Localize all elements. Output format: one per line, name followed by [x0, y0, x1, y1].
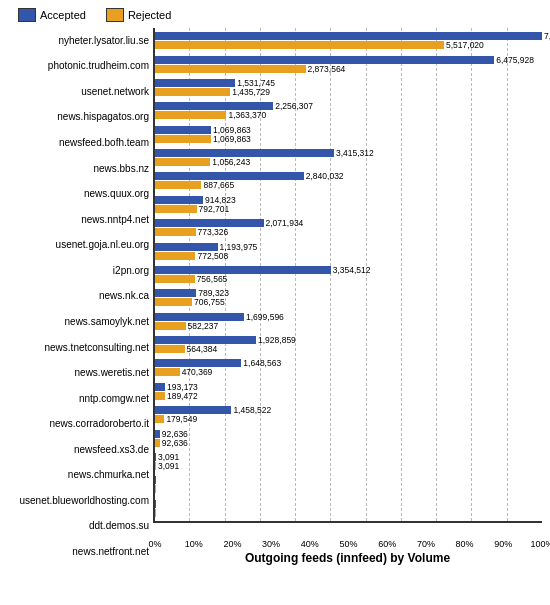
bar-rejected-label: 792,701 [199, 204, 230, 214]
bar-row: 1,458,522179,549 [155, 403, 542, 426]
bar-accepted: 7,387,682 [155, 32, 542, 40]
y-label: news.netfront.net [8, 546, 149, 558]
bar-accepted: 3,091 [155, 453, 156, 461]
bar-accepted: 2,256,307 [155, 102, 273, 110]
bar-pair: 193,173189,472 [155, 383, 542, 400]
bar-rejected-label: 2,873,564 [308, 64, 346, 74]
bar-row: 2,071,934773,326 [155, 216, 542, 239]
y-labels: nyheter.lysator.liu.sephotonic.trudheim.… [8, 28, 153, 565]
bar-rejected: 756,565 [155, 275, 195, 283]
bar-accepted-label: 2,840,032 [306, 171, 344, 181]
y-label: photonic.trudheim.com [8, 60, 149, 72]
x-axis-tick-label: 100% [530, 539, 550, 549]
bar-row: 1,928,859564,384 [155, 333, 542, 356]
bar-pair: 789,323706,755 [155, 289, 542, 306]
bar-pair: 7,387,6825,517,020 [155, 32, 542, 49]
y-label: news.bbs.nz [8, 163, 149, 175]
bar-pair: 914,823792,701 [155, 196, 542, 213]
y-label: usenet.blueworldhosting.com [8, 495, 149, 507]
bar-rejected: 792,701 [155, 205, 197, 213]
bar-pair: 1,699,596582,237 [155, 313, 542, 330]
x-axis-tick-label: 80% [456, 539, 474, 549]
bar-pair: 3,354,512756,565 [155, 266, 542, 283]
x-axis-tick-label: 70% [417, 539, 435, 549]
bar-accepted: 92,636 [155, 430, 160, 438]
bar-rejected [155, 485, 156, 493]
bar-accepted: 2,071,934 [155, 219, 264, 227]
bar-accepted: 1,648,563 [155, 359, 241, 367]
bar-accepted: 1,699,596 [155, 313, 244, 321]
y-label: usenet.goja.nl.eu.org [8, 239, 149, 251]
bar-row: 3,354,512756,565 [155, 263, 542, 286]
bar-accepted-label: 1,928,859 [258, 335, 296, 345]
bar-accepted-label: 3,415,312 [336, 148, 374, 158]
y-label: newsfeed.xs3.de [8, 444, 149, 456]
bar-pair: 3,0913,091 [155, 453, 542, 470]
x-axis-tick-label: 30% [262, 539, 280, 549]
bar-rejected-label: 470,369 [182, 367, 213, 377]
bar-rejected: 887,665 [155, 181, 201, 189]
bar-pair: 1,531,7451,435,729 [155, 79, 542, 96]
y-label: i2pn.org [8, 265, 149, 277]
bar-row [155, 497, 542, 520]
bar-row: 193,173189,472 [155, 380, 542, 403]
bar-accepted: 3,354,512 [155, 266, 331, 274]
x-axis-title: Outgoing feeds (innfeed) by Volume [153, 551, 542, 565]
bar-pair: 1,069,8631,069,863 [155, 126, 542, 143]
bar-pair: 2,071,934773,326 [155, 219, 542, 236]
bar-row: 92,63692,636 [155, 426, 542, 449]
bar-rejected: 179,549 [155, 415, 164, 423]
bar-accepted: 193,173 [155, 383, 165, 391]
bar-pair: 1,193,975772,508 [155, 243, 542, 260]
bar-rejected: 92,636 [155, 439, 160, 447]
bar-rejected: 1,435,729 [155, 88, 230, 96]
legend-accepted-box [18, 8, 36, 22]
legend-accepted: Accepted [18, 8, 86, 22]
bar-rejected-label: 1,056,243 [212, 157, 250, 167]
bar-rejected-label: 773,326 [198, 227, 229, 237]
y-label: nntp.comgw.net [8, 393, 149, 405]
y-label: news.corradoroberto.it [8, 418, 149, 430]
bar-rejected-label: 564,384 [187, 344, 218, 354]
bar-rejected: 3,091 [155, 462, 156, 470]
bar-rejected-label: 179,549 [166, 414, 197, 424]
bar-row: 914,823792,701 [155, 193, 542, 216]
bar-row: 2,256,3071,363,370 [155, 99, 542, 122]
bar-pair: 92,63692,636 [155, 430, 542, 447]
bar-pair: 2,256,3071,363,370 [155, 102, 542, 119]
bar-row [155, 473, 542, 496]
bar-accepted: 2,840,032 [155, 172, 304, 180]
bar-pair [155, 476, 542, 493]
bar-accepted: 1,928,859 [155, 336, 256, 344]
bar-rejected: 1,056,243 [155, 158, 210, 166]
bar-pair: 1,928,859564,384 [155, 336, 542, 353]
bar-rejected: 564,384 [155, 345, 185, 353]
bar-rejected: 1,363,370 [155, 111, 226, 119]
bar-rejected-label: 92,636 [162, 438, 188, 448]
y-label: news.quux.org [8, 188, 149, 200]
bar-row: 1,531,7451,435,729 [155, 76, 542, 99]
bar-pair: 6,475,9282,873,564 [155, 56, 542, 73]
bar-pair: 2,840,032887,665 [155, 172, 542, 189]
bar-accepted [155, 476, 156, 484]
bar-rejected-label: 1,435,729 [232, 87, 270, 97]
x-axis-tick-label: 90% [494, 539, 512, 549]
bar-accepted: 6,475,928 [155, 56, 494, 64]
bars-area: 7,387,6825,517,0206,475,9282,873,5641,53… [153, 28, 542, 523]
bar-accepted-label: 1,699,596 [246, 312, 284, 322]
y-label: news.samoylyk.net [8, 316, 149, 328]
bar-row: 3,415,3121,056,243 [155, 146, 542, 169]
bar-accepted-label: 1,458,522 [233, 405, 271, 415]
bar-accepted-label: 6,475,928 [496, 55, 534, 65]
y-label: news.hispagatos.org [8, 111, 149, 123]
legend: Accepted Rejected [8, 8, 542, 22]
x-axis-tick-label: 10% [185, 539, 203, 549]
legend-rejected-box [106, 8, 124, 22]
bar-rejected-label: 5,517,020 [446, 40, 484, 50]
bar-rejected-label: 1,069,863 [213, 134, 251, 144]
x-axis-tick-label: 50% [339, 539, 357, 549]
bar-pair: 1,648,563470,369 [155, 359, 542, 376]
bar-accepted-label: 1,648,563 [243, 358, 281, 368]
chart-area: nyheter.lysator.liu.sephotonic.trudheim.… [8, 28, 542, 565]
legend-rejected-label: Rejected [128, 9, 171, 21]
